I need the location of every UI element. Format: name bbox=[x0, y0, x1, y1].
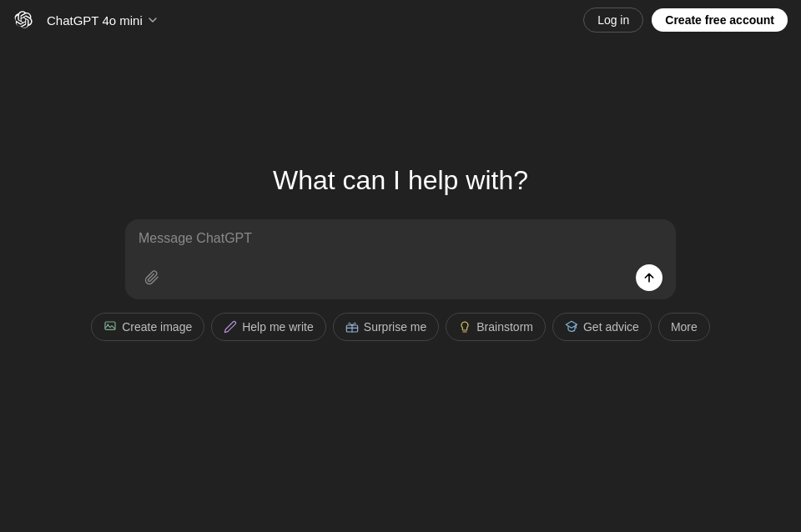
gift-icon bbox=[345, 320, 359, 334]
chevron-down-icon bbox=[146, 13, 159, 27]
main-title: What can I help with? bbox=[273, 165, 528, 196]
mortarboard-icon bbox=[565, 320, 578, 334]
message-input[interactable] bbox=[139, 231, 662, 254]
chip-more[interactable]: More bbox=[658, 313, 710, 341]
attach-button[interactable] bbox=[139, 264, 165, 291]
create-account-button[interactable]: Create free account bbox=[652, 8, 788, 32]
chip-create-image[interactable]: Create image bbox=[91, 313, 204, 341]
send-button[interactable] bbox=[636, 264, 662, 291]
log-in-button[interactable]: Log in bbox=[583, 8, 643, 33]
chip-advice-label: Get advice bbox=[583, 320, 639, 334]
chip-get-advice[interactable]: Get advice bbox=[552, 313, 652, 341]
create-image-icon bbox=[103, 320, 117, 334]
chip-brainstorm-label: Brainstorm bbox=[476, 320, 533, 334]
chips-container: Create image Help me write Surprise me bbox=[91, 313, 710, 341]
chip-brainstorm[interactable]: Brainstorm bbox=[446, 313, 546, 341]
model-name-label: ChatGPT 4o mini bbox=[47, 13, 143, 28]
chip-surprise-label: Surprise me bbox=[364, 320, 426, 334]
chip-help-write[interactable]: Help me write bbox=[211, 313, 326, 341]
send-icon bbox=[642, 271, 656, 284]
chatgpt-logo-icon bbox=[13, 10, 33, 30]
pencil-icon bbox=[224, 320, 237, 334]
svg-rect-0 bbox=[105, 322, 115, 329]
header: ChatGPT 4o mini Log in Create free accou… bbox=[0, 0, 801, 40]
model-selector[interactable]: ChatGPT 4o mini bbox=[40, 10, 166, 31]
chip-help-write-label: Help me write bbox=[242, 320, 314, 334]
chip-surprise-me[interactable]: Surprise me bbox=[333, 313, 439, 341]
message-input-container bbox=[125, 219, 676, 299]
chip-more-label: More bbox=[671, 320, 698, 334]
main-content: What can I help with? bbox=[0, 40, 801, 532]
chip-create-image-label: Create image bbox=[122, 320, 192, 334]
svg-point-1 bbox=[108, 324, 109, 325]
header-left: ChatGPT 4o mini bbox=[13, 10, 166, 31]
lightbulb-icon bbox=[458, 320, 471, 334]
input-footer bbox=[139, 264, 662, 291]
header-right: Log in Create free account bbox=[583, 8, 788, 33]
paperclip-icon bbox=[144, 270, 159, 285]
